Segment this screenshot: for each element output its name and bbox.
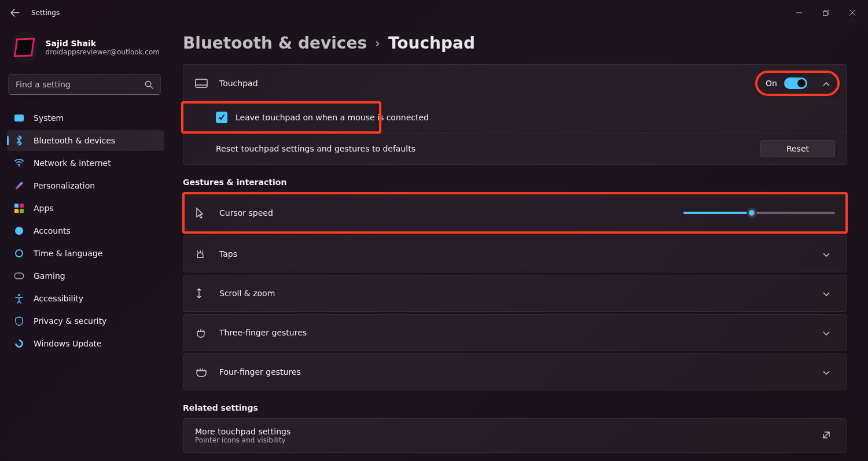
- four-finger-label: Four-finger gestures: [219, 367, 301, 377]
- system-icon: [14, 113, 24, 123]
- maximize-button[interactable]: [812, 3, 839, 22]
- reset-button[interactable]: Reset: [760, 140, 835, 157]
- chevron-up-icon[interactable]: [818, 78, 835, 89]
- nav-label: Accessibility: [34, 294, 83, 303]
- search-input[interactable]: [16, 80, 145, 89]
- breadcrumb-parent[interactable]: Bluetooth & devices: [183, 34, 367, 53]
- nav-label: Personalization: [34, 181, 95, 190]
- cursor-speed-slider[interactable]: [683, 207, 835, 219]
- nav-bluetooth-devices[interactable]: Bluetooth & devices: [7, 130, 164, 151]
- breadcrumb: Bluetooth & devices › Touchpad: [183, 34, 847, 53]
- arrow-left-icon: [10, 8, 20, 17]
- touchpad-row[interactable]: Touchpad On: [183, 65, 847, 102]
- reset-row: Reset touchpad settings and gestures to …: [183, 132, 847, 164]
- touchpad-label: Touchpad: [219, 79, 258, 88]
- nav-label: Bluetooth & devices: [34, 136, 115, 145]
- maximize-icon: [823, 10, 829, 16]
- scroll-zoom-card[interactable]: Scroll & zoom: [183, 275, 847, 312]
- nav-apps[interactable]: Apps: [7, 198, 164, 219]
- nav-privacy-security[interactable]: Privacy & security: [7, 311, 164, 331]
- nav-network[interactable]: Network & internet: [7, 153, 164, 174]
- touchpad-icon: [195, 79, 210, 88]
- nav-accounts[interactable]: Accounts: [7, 220, 164, 241]
- clock-icon: [14, 248, 24, 259]
- svg-point-2: [19, 165, 20, 167]
- shield-icon: [14, 316, 24, 326]
- nav-label: Network & internet: [34, 158, 111, 168]
- nav-label: Time & language: [34, 249, 102, 258]
- gamepad-icon: [14, 271, 24, 281]
- minimize-button[interactable]: [786, 3, 812, 22]
- touchpad-toggle-wrap: On: [766, 78, 835, 89]
- gestures-section-title: Gestures & interaction: [183, 178, 847, 187]
- svg-rect-5: [196, 79, 207, 87]
- nav-personalization[interactable]: Personalization: [7, 175, 164, 196]
- update-icon: [14, 338, 24, 349]
- titlebar: Settings: [0, 0, 868, 25]
- nav-windows-update[interactable]: Windows Update: [7, 333, 164, 354]
- four-finger-icon: [195, 366, 210, 378]
- toggle-state-text: On: [766, 79, 777, 88]
- nav-label: System: [34, 113, 64, 123]
- three-finger-label: Three-finger gestures: [219, 328, 307, 337]
- nav-label: Accounts: [34, 226, 71, 235]
- window-controls: [786, 3, 866, 22]
- nav-label: Apps: [34, 204, 54, 213]
- main-content: Bluetooth & devices › Touchpad Touchpad …: [171, 25, 868, 461]
- taps-label: Taps: [219, 249, 237, 259]
- leave-touchpad-on-row[interactable]: Leave touchpad on when a mouse is connec…: [183, 102, 847, 132]
- reset-label: Reset touchpad settings and gestures to …: [216, 144, 415, 153]
- more-touchpad-card[interactable]: More touchpad settings Pointer icons and…: [183, 418, 847, 453]
- nav-label: Privacy & security: [34, 316, 106, 326]
- svg-point-4: [18, 294, 20, 296]
- breadcrumb-current: Touchpad: [388, 34, 475, 53]
- touchpad-toggle[interactable]: [784, 78, 807, 89]
- check-icon: [218, 114, 225, 121]
- nav: System Bluetooth & devices Network & int…: [7, 108, 164, 354]
- minimize-icon: [796, 10, 802, 16]
- accessibility-icon: [14, 293, 24, 304]
- window-title: Settings: [31, 9, 60, 17]
- nav-system[interactable]: System: [7, 108, 164, 128]
- nav-label: Gaming: [34, 271, 65, 281]
- nav-accessibility[interactable]: Accessibility: [7, 288, 164, 309]
- scroll-zoom-label: Scroll & zoom: [219, 289, 275, 298]
- taps-card[interactable]: Taps: [183, 235, 847, 272]
- bluetooth-icon: [14, 135, 24, 146]
- close-button[interactable]: [839, 3, 866, 22]
- leave-touchpad-label: Leave touchpad on when a mouse is connec…: [236, 113, 429, 122]
- leave-touchpad-checkbox[interactable]: [216, 112, 227, 123]
- apps-icon: [14, 203, 24, 213]
- back-button[interactable]: [2, 0, 28, 25]
- scroll-zoom-icon: [195, 287, 210, 299]
- related-section-title: Related settings: [183, 403, 847, 412]
- close-icon: [849, 10, 855, 16]
- slider-thumb[interactable]: [746, 208, 757, 218]
- profile-name: Sajid Shaik: [46, 39, 160, 48]
- cursor-speed-label: Cursor speed: [219, 208, 273, 217]
- cursor-speed-card: Cursor speed: [183, 193, 847, 233]
- sidebar: Sajid Shaik droidappsreviewer@outlook.co…: [0, 25, 171, 461]
- chevron-down-icon: [818, 249, 835, 260]
- profile-block[interactable]: Sajid Shaik droidappsreviewer@outlook.co…: [7, 25, 164, 74]
- touchpad-card: Touchpad On Leave touchpad on when a mou…: [183, 64, 847, 165]
- svg-rect-0: [823, 12, 827, 16]
- four-finger-card[interactable]: Four-finger gestures: [183, 353, 847, 390]
- chevron-down-icon: [818, 288, 835, 299]
- tap-icon: [195, 248, 210, 260]
- svg-point-1: [145, 81, 150, 86]
- chevron-down-icon: [818, 367, 835, 378]
- brush-icon: [14, 180, 24, 191]
- more-touchpad-subtitle: Pointer icons and visibility: [195, 436, 290, 444]
- three-finger-card[interactable]: Three-finger gestures: [183, 314, 847, 351]
- profile-email: droidappsreviewer@outlook.com: [46, 48, 160, 56]
- nav-gaming[interactable]: Gaming: [7, 265, 164, 286]
- nav-time-language[interactable]: Time & language: [7, 243, 164, 264]
- person-icon: [14, 226, 24, 236]
- chevron-down-icon: [818, 327, 835, 338]
- three-finger-icon: [195, 327, 210, 338]
- search-box[interactable]: [8, 74, 161, 95]
- search-icon: [145, 80, 153, 89]
- cursor-icon: [195, 207, 210, 219]
- open-external-icon: [818, 430, 835, 441]
